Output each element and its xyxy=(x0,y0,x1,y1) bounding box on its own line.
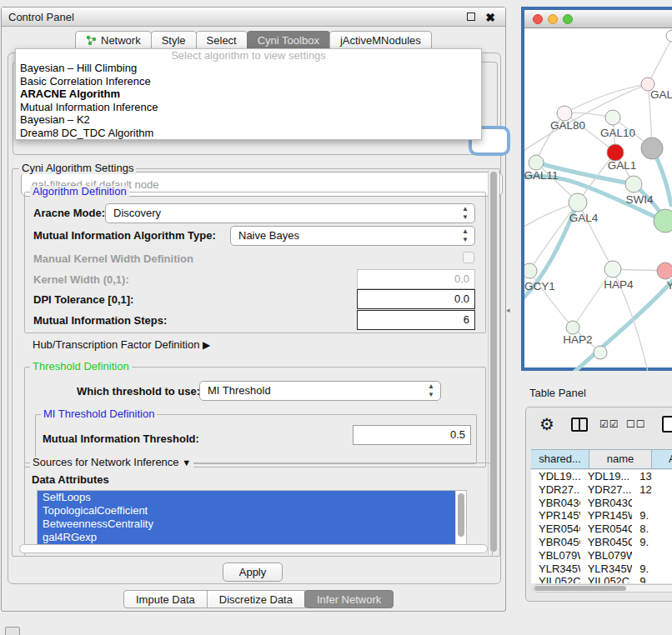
tab-select[interactable]: Select xyxy=(196,31,248,50)
table-cell[interactable]: 9. xyxy=(632,509,672,522)
table-cell[interactable]: YDL19... xyxy=(580,470,633,483)
tab-impute-data[interactable]: Impute Data xyxy=(123,590,208,608)
zoom-traffic-light-icon[interactable] xyxy=(563,14,573,24)
float-window-icon[interactable] xyxy=(467,12,475,21)
table-cell[interactable]: YDR27... xyxy=(531,483,580,497)
algorithm-option[interactable]: Bayesian – Hill Climbing xyxy=(16,62,481,75)
network-node[interactable] xyxy=(607,144,624,161)
network-node[interactable] xyxy=(666,30,672,42)
columns-icon[interactable] xyxy=(571,418,588,432)
table-row[interactable]: YLR345WYLR345W9. xyxy=(531,562,672,576)
close-icon[interactable]: ✖ xyxy=(485,9,495,26)
network-view-window[interactable]: GALGAL80GAL10GAL1GAL11SWI4GAL4GCY1HAP4YH… xyxy=(521,7,672,371)
list-item[interactable]: gal4RGexp xyxy=(38,531,466,544)
network-node[interactable] xyxy=(594,346,607,359)
table-row[interactable]: YER054CYER054C8. xyxy=(531,522,672,536)
table-cell[interactable]: YBR043C xyxy=(531,497,580,510)
network-node[interactable] xyxy=(566,321,579,334)
network-node[interactable] xyxy=(641,138,663,159)
list-item[interactable]: TopologicalCoefficient xyxy=(38,504,466,518)
network-node[interactable] xyxy=(605,110,620,125)
tab-network[interactable]: Network xyxy=(75,31,152,50)
list-item[interactable]: SelfLoops xyxy=(38,491,466,504)
table-cell[interactable]: 9. xyxy=(632,562,672,576)
network-node[interactable] xyxy=(524,263,537,278)
table-cell[interactable]: 9 xyxy=(632,575,672,583)
close-traffic-light-icon[interactable] xyxy=(533,14,543,24)
manual-kernel-checkbox[interactable] xyxy=(463,252,474,263)
network-edge[interactable] xyxy=(564,84,648,113)
table-cell[interactable]: YDL19... xyxy=(531,470,580,483)
table-cell[interactable] xyxy=(632,497,672,510)
network-node[interactable] xyxy=(625,176,642,192)
list-vertical-scrollbar[interactable] xyxy=(455,491,466,545)
table-cell[interactable]: YBR045C xyxy=(580,536,633,549)
table-row[interactable]: YBR043CYBR043C xyxy=(531,497,672,510)
network-edge[interactable] xyxy=(648,38,672,84)
network-node[interactable] xyxy=(604,261,621,278)
table-cell[interactable]: 9. xyxy=(632,536,672,549)
column-header-partial[interactable]: A xyxy=(652,450,672,468)
document-icon[interactable] xyxy=(662,416,672,432)
algorithm-option[interactable]: Basic Correlation Inference xyxy=(16,75,481,88)
aracne-mode-select[interactable]: Discovery ▲▼ xyxy=(105,203,475,223)
table-row[interactable]: YIL052CYIL052C9 xyxy=(531,575,672,583)
settings-horizontal-scrollbar[interactable] xyxy=(19,544,488,553)
network-node[interactable] xyxy=(529,155,544,170)
algorithm-option[interactable]: Bayesian – K2 xyxy=(16,113,481,127)
mi-threshold-field[interactable]: 0.5 xyxy=(353,425,471,445)
network-node[interactable] xyxy=(569,193,587,212)
checked-boxes-icon[interactable]: ☑☑ xyxy=(599,418,619,430)
network-edge[interactable] xyxy=(524,84,648,153)
network-window-titlebar[interactable] xyxy=(524,10,672,28)
tab-discretize-data[interactable]: Discretize Data xyxy=(207,590,305,608)
tab-cyni-toolbox[interactable]: Cyni Toolbox xyxy=(247,31,330,50)
table-row[interactable]: YDL19...YDL19...13 xyxy=(531,470,672,483)
kernel-width-field[interactable]: 0.0 xyxy=(357,269,475,289)
gear-icon[interactable]: ⚙ xyxy=(539,414,554,434)
apply-button[interactable]: Apply xyxy=(223,562,283,582)
table-cell[interactable]: YER054C xyxy=(580,522,633,536)
column-header-shared-name[interactable]: shared... xyxy=(531,450,589,468)
corner-button-partial[interactable] xyxy=(5,627,20,635)
hub-definition-toggle[interactable]: Hub/Transcription Factor Definition ▶ xyxy=(33,338,210,351)
network-canvas[interactable]: GALGAL80GAL10GAL1GAL11SWI4GAL4GCY1HAP4YH… xyxy=(524,28,672,371)
table-row[interactable]: YPR145WYPR145W9. xyxy=(531,509,672,522)
table-cell[interactable]: YBL079W xyxy=(531,549,580,562)
unchecked-boxes-icon[interactable]: ☐☐ xyxy=(626,418,646,430)
table-cell[interactable]: YPR145W xyxy=(531,509,580,522)
table-cell[interactable]: YLR345W xyxy=(531,562,580,576)
control-panel-titlebar[interactable]: Control Panel ✖ xyxy=(2,8,505,27)
network-node[interactable] xyxy=(657,262,672,279)
mi-steps-field[interactable]: 6 xyxy=(357,310,475,330)
tab-infer-network[interactable]: Infer Network xyxy=(304,590,394,608)
algorithm-option[interactable]: Mutual Information Inference xyxy=(16,101,481,114)
table-cell[interactable]: YBR045C xyxy=(531,536,580,549)
table-cell[interactable]: YPR145W xyxy=(580,509,633,522)
table-row[interactable]: YBL079WYBL079W xyxy=(531,549,672,562)
table-cell[interactable]: YBL079W xyxy=(580,549,633,562)
list-item[interactable]: BetweennessCentrality xyxy=(38,518,466,531)
column-header-name[interactable]: name xyxy=(589,450,652,468)
table-horizontal-scrollbar[interactable] xyxy=(533,584,672,592)
table-cell[interactable]: 8. xyxy=(632,522,672,536)
splitter-collapse-arrow[interactable]: ◂ xyxy=(506,306,510,314)
network-node[interactable] xyxy=(654,209,672,232)
table-cell[interactable]: YIL052C xyxy=(580,575,633,583)
table-cell[interactable]: YBR043C xyxy=(580,497,633,510)
table-cell[interactable]: YER054C xyxy=(531,522,580,536)
data-attributes-list[interactable]: SelfLoops TopologicalCoefficient Between… xyxy=(37,490,467,546)
table-cell[interactable]: 12 xyxy=(632,483,672,497)
table-cell[interactable] xyxy=(632,549,672,562)
algorithm-option[interactable]: Dream8 DC_TDC Algorithm xyxy=(16,127,481,140)
mi-type-select[interactable]: Naive Bayes ▲▼ xyxy=(230,226,475,246)
minimize-traffic-light-icon[interactable] xyxy=(548,14,558,24)
table-cell[interactable]: 13 xyxy=(632,470,672,483)
table-row[interactable]: YBR045CYBR045C9. xyxy=(531,536,672,549)
table-row[interactable]: YDR27...YDR27...12 xyxy=(531,483,672,497)
tab-jactivemnodules[interactable]: jActiveMNodules xyxy=(329,31,432,50)
sources-toggle[interactable]: Sources for Network Inference ▼ xyxy=(30,457,193,468)
which-threshold-select[interactable]: MI Threshold ▲▼ xyxy=(199,381,441,401)
tab-style[interactable]: Style xyxy=(151,31,197,50)
algorithm-option-selected[interactable]: ARACNE Algorithm xyxy=(16,88,481,101)
